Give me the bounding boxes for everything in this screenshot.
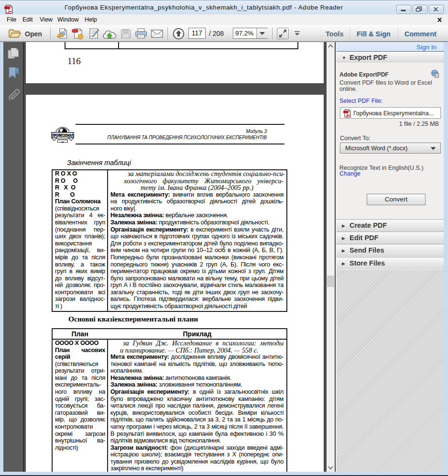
svg-text:ПРОФЕСІОНАЛ: ПРОФЕСІОНАЛ <box>52 133 73 138</box>
